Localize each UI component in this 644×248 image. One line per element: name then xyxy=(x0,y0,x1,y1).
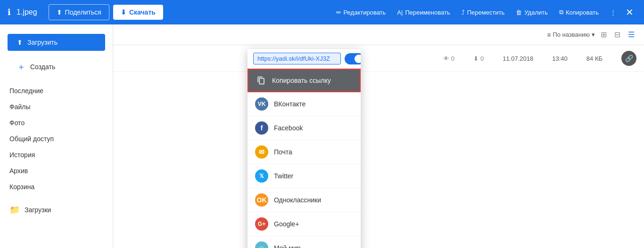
more-icon: ⋮ xyxy=(610,9,616,16)
share-url-bar xyxy=(248,49,361,69)
facebook-icon: f xyxy=(255,121,268,135)
file-date: 11.07.2018 xyxy=(503,55,533,62)
view-list-button[interactable]: ☰ xyxy=(626,28,636,41)
copy-icon: ⧉ xyxy=(559,8,563,16)
share-twitter-item[interactable]: 𝕏 Twitter xyxy=(248,164,361,188)
file-views: 👁 0 xyxy=(443,55,454,62)
upload-button[interactable]: ⬆ Загрузить xyxy=(8,34,105,51)
copy-button[interactable]: ⧉ Копировать xyxy=(554,6,603,19)
sidebar: ⬆ Загрузить ＋ Создать Последние Файлы Фо… xyxy=(0,24,113,248)
content-area: ≡ По названию ▾ ⊞ ⊟ ☰ 👁 0 ⬇ 0 11.07.2018 xyxy=(113,24,644,248)
share-gplus-item[interactable]: G+ Google+ xyxy=(248,212,361,236)
folder-downloads[interactable]: 📁 Загрузки xyxy=(0,200,113,219)
gplus-icon: G+ xyxy=(255,217,268,231)
sidebar-item-photos[interactable]: Фото xyxy=(0,115,107,131)
share-toggle[interactable] xyxy=(345,53,361,64)
share-myworld-item[interactable]: ☺ Мой мир xyxy=(248,236,361,248)
file-link-button[interactable]: 🔗 xyxy=(621,51,636,66)
main-layout: ⬆ Загрузить ＋ Создать Последние Файлы Фо… xyxy=(0,24,644,248)
download-icon: ⬇ xyxy=(121,8,126,16)
eye-icon: 👁 xyxy=(443,55,449,62)
sidebar-item-trash[interactable]: Корзина xyxy=(0,179,107,195)
copy-link-icon xyxy=(256,75,266,86)
close-icon: ✕ xyxy=(626,7,634,18)
download-count-icon: ⬇ xyxy=(473,55,479,62)
file-meta: 👁 0 ⬇ 0 11.07.2018 13:40 84 КБ 🔗 xyxy=(443,51,636,66)
sort-button[interactable]: ≡ По названию ▾ xyxy=(547,31,595,39)
download-button[interactable]: ⬇ Скачать xyxy=(113,5,163,20)
ok-icon: OK xyxy=(255,193,268,207)
edit-button[interactable]: ✏ Редактировать xyxy=(331,6,391,19)
vk-icon: VK xyxy=(255,97,268,111)
sidebar-item-archive[interactable]: Архив xyxy=(0,163,107,179)
filename-label: 1.jpeg xyxy=(17,8,37,16)
myworld-icon: ☺ xyxy=(255,241,268,248)
view-large-grid-button[interactable]: ⊞ xyxy=(599,28,609,41)
twitter-icon: 𝕏 xyxy=(255,169,268,183)
share-icon: ⬆ xyxy=(57,8,62,16)
move-icon: ⤴ xyxy=(462,9,465,16)
more-button[interactable]: ⋮ xyxy=(605,6,621,19)
edit-icon: ✏ xyxy=(336,9,341,16)
sidebar-item-shared[interactable]: Общий доступ xyxy=(0,131,107,147)
sidebar-item-history[interactable]: История xyxy=(0,147,107,163)
link-icon: 🔗 xyxy=(625,55,633,62)
content-header: ≡ По названию ▾ ⊞ ⊟ ☰ xyxy=(113,24,644,45)
info-icon: ℹ xyxy=(8,7,11,17)
file-size: 84 КБ xyxy=(586,55,603,62)
share-vk-item[interactable]: VK ВКонтакте xyxy=(248,92,361,116)
delete-button[interactable]: 🗑 Удалить xyxy=(511,6,553,19)
sort-icon: ≡ xyxy=(547,31,551,39)
share-url-input[interactable] xyxy=(253,53,341,64)
file-row: 👁 0 ⬇ 0 11.07.2018 13:40 84 КБ 🔗 xyxy=(113,45,644,72)
close-button[interactable]: ✕ xyxy=(623,4,636,21)
topbar: ℹ 1.jpeg ⬆ Поделиться ⬇ Скачать ✏ Редакт… xyxy=(0,0,644,24)
copy-link-item[interactable]: Копировать ссылку xyxy=(248,69,361,92)
file-time: 13:40 xyxy=(552,55,568,62)
sidebar-nav: Последние Файлы Фото Общий доступ Истори… xyxy=(0,83,113,242)
upload-icon: ⬆ xyxy=(17,39,23,46)
move-button[interactable]: ⤴ Переместить xyxy=(457,6,510,19)
share-button[interactable]: ⬆ Поделиться xyxy=(49,4,109,20)
rename-icon: A| xyxy=(397,9,403,16)
sidebar-item-files[interactable]: Файлы xyxy=(0,99,107,115)
sidebar-item-recent[interactable]: Последние xyxy=(0,83,107,99)
plus-icon: ＋ xyxy=(17,61,25,72)
share-dropdown: Копировать ссылку VK ВКонтакте f Faceboo… xyxy=(248,49,361,248)
share-mail-item[interactable]: ✉ Почта xyxy=(248,140,361,164)
mail-icon: ✉ xyxy=(255,145,268,159)
trash-icon: 🗑 xyxy=(516,9,522,16)
file-downloads: ⬇ 0 xyxy=(473,55,484,62)
create-button[interactable]: ＋ Создать xyxy=(8,56,105,77)
rename-button[interactable]: A| Переименовать xyxy=(392,6,454,19)
share-ok-item[interactable]: OK Одноклассники xyxy=(248,188,361,212)
chevron-down-icon: ▾ xyxy=(592,31,595,38)
share-facebook-item[interactable]: f Facebook xyxy=(248,116,361,140)
action-buttons: ✏ Редактировать A| Переименовать ⤴ Перем… xyxy=(331,4,636,21)
view-small-grid-button[interactable]: ⊟ xyxy=(612,28,622,41)
folder-icon: 📁 xyxy=(9,205,20,215)
